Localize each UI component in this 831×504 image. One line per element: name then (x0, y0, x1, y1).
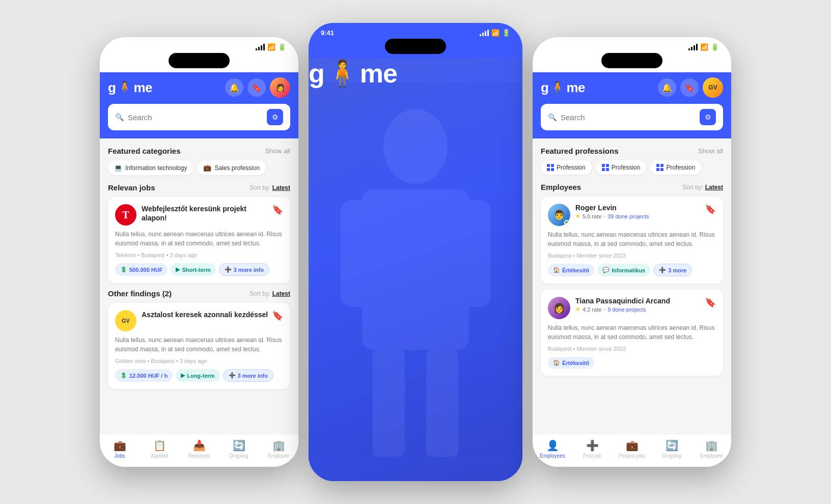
bookmark-job-2[interactable]: 🔖 (272, 310, 283, 321)
other-findings-sort-value[interactable]: Latest (272, 290, 290, 297)
search-icon-left: 🔍 (115, 113, 124, 121)
job-tags-1: 💲 500.000 HUF ▶ Short-term ➕ 3 more info (115, 263, 283, 276)
avatar-btn-right[interactable]: GV (703, 77, 723, 98)
prof-chip-icon-2 (602, 164, 609, 171)
emp-tag-2-1[interactable]: 🏠 Értékesítő (548, 357, 594, 369)
nav-posted-jobs-label: Posted jobs (619, 453, 645, 459)
relevant-jobs-header: Relevan jobs Sort by: Latest (108, 183, 290, 192)
nav-ongoing-label: Ongoing (229, 453, 248, 459)
emp-rate-2: 4.2 rate (583, 306, 601, 313)
job-info-2: Asztalost keresek azonnali kezdéssel (142, 310, 268, 319)
logo-person-icon-right: 🧍 (550, 81, 564, 94)
prof-chip-2[interactable]: Profession (596, 160, 647, 175)
nav-posted-jobs[interactable]: 💼 Posted jobs (612, 439, 652, 459)
employees-sort-value[interactable]: Latest (705, 184, 723, 191)
status-bar-right: 9:41 📶 🔋 (533, 37, 731, 53)
job-tag-term-1[interactable]: ▶ Short-term (171, 263, 215, 276)
more-icon-1: ➕ (225, 266, 232, 273)
emp-tag-1-1[interactable]: 🏠 Értékesítő (548, 264, 594, 276)
chip-it-icon: 💻 (114, 164, 122, 172)
content-right: Featured professions Show all Profession… (533, 138, 731, 434)
nav-ongoing[interactable]: 🔄 Ongoing (219, 439, 259, 459)
middle-phone: 9:41 📶 🔋 (309, 23, 522, 481)
search-input-left[interactable] (128, 113, 263, 122)
prof-chip-1[interactable]: Profession (541, 160, 592, 175)
wifi-icon: 📶 (267, 43, 275, 51)
bookmark-btn-right[interactable]: 🔖 (680, 78, 699, 97)
avatar-badge-left (286, 77, 290, 81)
nav-post-job[interactable]: ➕ Post job (572, 439, 612, 459)
job-tag-salary-2[interactable]: 💲 12.000 HUF / h (115, 369, 173, 382)
nav-requests-icon: 📥 (193, 439, 206, 452)
filter-btn-right[interactable]: ⚙ (700, 109, 716, 125)
nav-employer[interactable]: 🏢 Employer (259, 439, 298, 459)
job-card-2[interactable]: GV Asztalost keresek azonnali kezdéssel … (108, 303, 290, 389)
nav-employee-right-label: Employee (700, 453, 723, 459)
prof-chip-3[interactable]: Profession (650, 160, 701, 175)
nav-ongoing-right-icon: 🔄 (666, 439, 678, 452)
golden-logo: GV (115, 310, 136, 331)
other-findings-title: Other findings (2) (108, 289, 172, 298)
job-card-2-header: GV Asztalost keresek azonnali kezdéssel … (115, 310, 283, 331)
nav-jobs[interactable]: 💼 Jobs (100, 439, 140, 459)
job-tag-salary-1[interactable]: 💲 500.000 HUF (115, 263, 168, 276)
chip-it[interactable]: 💻 Information technology (108, 160, 193, 175)
nav-applied[interactable]: 📋 Applied (140, 439, 179, 459)
featured-professions-show-all[interactable]: Show all (698, 147, 723, 155)
filter-btn-left[interactable]: ⚙ (267, 109, 283, 125)
emp-meta-2: Budapest • Member since 2022 (548, 346, 716, 352)
nav-ongoing-icon: 🔄 (233, 439, 245, 452)
splash-logo-text-me: me (360, 58, 397, 89)
emp-tags-2: 🏠 Értékesítő (548, 357, 716, 369)
nav-requests[interactable]: 📥 Requests (179, 439, 219, 459)
employee-card-2[interactable]: 👩 Tiana Passaquindici Arcand ★ 4.2 rate … (541, 290, 723, 376)
term-label-1: Short-term (182, 267, 210, 273)
dynamic-island-left (169, 53, 230, 68)
job-tag-more-2[interactable]: ➕ 3 more info (223, 369, 273, 382)
wifi-icon-right: 📶 (700, 43, 708, 51)
bookmark-icon-header-left: 🔖 (252, 83, 262, 93)
filter-icon-left: ⚙ (272, 113, 279, 121)
prof-chip-label-1: Profession (557, 164, 586, 171)
job-tag-term-2[interactable]: ▶ Long-term (176, 369, 219, 382)
nav-employee-right-icon: 🏢 (705, 439, 718, 452)
job-tag-more-1[interactable]: ➕ 3 more info (219, 263, 269, 276)
relevant-jobs-sort-value[interactable]: Latest (272, 184, 290, 191)
search-bar-left[interactable]: 🔍 ⚙ (108, 104, 290, 130)
notification-btn-right[interactable]: 🔔 (658, 78, 676, 97)
avatar-btn-left[interactable]: 👩 (270, 77, 290, 98)
battery-icon-middle: 🔋 (502, 29, 510, 37)
emp-tag-1-3[interactable]: ➕ 3 more (653, 264, 692, 276)
star-icon-2: ★ (575, 306, 580, 313)
employee-2-info: 👩 Tiana Passaquindici Arcand ★ 4.2 rate … (548, 297, 670, 319)
logo-text-left: g (108, 80, 116, 96)
salary-icon-1: 💲 (120, 266, 127, 273)
featured-categories-show-all[interactable]: Show all (265, 147, 290, 155)
notification-btn-left[interactable]: 🔔 (225, 78, 243, 97)
job-card-1-header: T Webfejlesztőt keresünk projekt alapon!… (115, 204, 283, 226)
emp-avatar-1: 👨 (548, 204, 570, 226)
emp-tag-1-2[interactable]: 💬 Informatikus (597, 264, 650, 276)
nav-employees[interactable]: 👤 Employees (533, 439, 572, 459)
nav-ongoing-right[interactable]: 🔄 Ongoing (652, 439, 691, 459)
employees-header: Employees Sort by: Latest (541, 183, 723, 191)
employee-card-1[interactable]: 👨 Roger Levin ★ 5.0 rate • 39 done proje… (541, 197, 723, 284)
other-findings-header: Other findings (2) Sort by: Latest (108, 289, 290, 298)
job-title-1: Webfejlesztőt keresünk projekt alapon! (142, 204, 272, 222)
profession-chips: Profession Profession Profession (541, 160, 723, 175)
nav-employee-right[interactable]: 🏢 Employee (691, 439, 731, 459)
bookmark-job-1[interactable]: 🔖 (272, 204, 283, 215)
job-desc-1: Nulla tellus, nunc aenean maecenas ultri… (115, 230, 283, 248)
chip-sales[interactable]: 💼 Sales profession (197, 160, 266, 175)
salary-icon-2: 💲 (120, 372, 127, 379)
header-top-right: g 🧍 me 🔔 🔖 GV (541, 77, 723, 98)
search-bar-right[interactable]: 🔍 ⚙ (541, 104, 723, 130)
bookmark-emp-1[interactable]: 🔖 (705, 204, 716, 215)
featured-professions-title: Featured professions (541, 147, 619, 155)
bookmark-emp-2[interactable]: 🔖 (705, 297, 716, 308)
bookmark-btn-left[interactable]: 🔖 (247, 78, 266, 97)
job-card-1[interactable]: T Webfejlesztőt keresünk projekt alapon!… (108, 197, 290, 283)
emp-meta-1: Budapest • Member since 2022 (548, 253, 716, 259)
search-input-right[interactable] (561, 113, 696, 122)
filter-icon-right: ⚙ (705, 113, 711, 121)
